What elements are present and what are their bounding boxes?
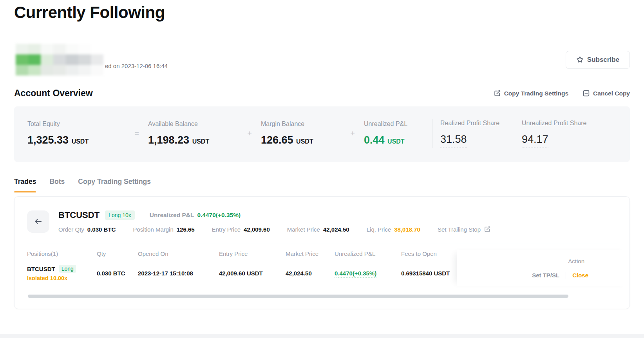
position-symbol: BTCUSDT xyxy=(58,210,99,220)
unrealized-pnl-label: Unrealized P&L xyxy=(150,212,194,219)
account-overview-actions: Copy Trading Settings Cancel Copy xyxy=(494,90,630,97)
avatar-pixel xyxy=(16,44,28,54)
stat-unrealized-pnl: Unrealized P&L 0.44 USDT xyxy=(364,120,431,146)
currently-following-page: Currently Following ed on 2023-12-06 16:… xyxy=(0,3,644,309)
trades-panel: BTCUSDT Long 10x Unrealized P&L 0.4470(+… xyxy=(14,196,630,309)
row-symbol-cell: BTCUSDT Long Isolated 10.00x xyxy=(27,265,97,281)
col-entry-price: Entry Price xyxy=(219,250,286,257)
stat-total-equity: Total Equity 1,325.33 USDT xyxy=(27,120,125,146)
tab-trades[interactable]: Trades xyxy=(14,178,36,186)
avatar-pixel xyxy=(41,44,53,54)
stat-margin-balance: Margin Balance 126.65 USDT xyxy=(261,120,341,146)
stat-available-balance: Available Balance 1,198.23 USDT xyxy=(148,120,238,146)
col-qty: Qty xyxy=(97,250,138,257)
col-opened-on: Opened On xyxy=(138,250,219,257)
avatar-pixel xyxy=(91,65,103,76)
avatar-pixel xyxy=(66,65,78,76)
plus-operator: + xyxy=(341,129,364,138)
horizontal-scrollbar xyxy=(28,295,617,298)
avatar-pixel xyxy=(41,54,53,65)
row-margin-mode: Isolated 10.00x xyxy=(27,275,97,281)
next-section-edge xyxy=(0,334,644,338)
avatar-pixel xyxy=(53,65,66,76)
positions-table: Positions(1) Qty Opened On Entry Price M… xyxy=(14,250,630,286)
unrealized-pnl-value: 0.4470(+0.35%) xyxy=(197,212,241,219)
avatar-pixel xyxy=(66,54,78,65)
subscribe-label: Subscribe xyxy=(587,56,619,64)
set-tpsl-button[interactable]: Set TP/SL xyxy=(532,272,559,279)
position-summary: BTCUSDT Long 10x Unrealized P&L 0.4470(+… xyxy=(58,210,491,233)
stat-realized-profit-share: Realized Profit Share 31.58 xyxy=(440,120,522,147)
row-market-price: 42,024.50 xyxy=(286,270,335,277)
stats-divider xyxy=(432,119,432,148)
stat-unrealized-profit-share: Unrealized Profit Share 94.17 xyxy=(522,120,600,147)
col-action: Action xyxy=(457,257,630,264)
plus-operator: + xyxy=(238,129,261,138)
cancel-copy-button[interactable]: Cancel Copy xyxy=(582,90,630,97)
avatar-pixel xyxy=(78,44,91,54)
copied-on-date: ed on 2023-12-06 16:44 xyxy=(105,63,168,69)
avatar-pixel xyxy=(53,54,66,65)
equals-operator: = xyxy=(125,129,148,138)
avatar-pixel xyxy=(28,44,41,54)
action-separator xyxy=(566,272,566,279)
tab-copy-trading-settings[interactable]: Copy Trading Settings xyxy=(78,178,151,186)
sticky-action-column: Action Set TP/SL Close xyxy=(457,250,630,286)
leader-profile-row: ed on 2023-12-06 16:44 Subscribe xyxy=(16,44,630,76)
subscribe-button[interactable]: Subscribe xyxy=(566,51,630,69)
liq-price: Liq. Price 38,018.70 xyxy=(367,226,420,233)
avatar-pixel xyxy=(66,44,78,54)
row-symbol: BTCUSDT xyxy=(27,266,55,272)
row-unrealized-pnl: 0.4470(+0.35%) xyxy=(335,270,376,278)
set-trailing-stop-button[interactable]: Set Trailing Stop xyxy=(438,226,491,233)
copy-trading-settings-label: Copy Trading Settings xyxy=(504,90,568,97)
avatar-pixel xyxy=(91,54,103,65)
cancel-copy-label: Cancel Copy xyxy=(593,90,630,97)
copy-trading-settings-button[interactable]: Copy Trading Settings xyxy=(494,90,568,97)
row-qty: 0.030 BTC xyxy=(97,270,138,277)
close-position-button[interactable]: Close xyxy=(572,272,588,279)
entry-price: Entry Price 42,009.60 xyxy=(212,226,270,233)
order-qty: Order Qty 0.030 BTC xyxy=(58,226,116,233)
account-overview-title: Account Overview xyxy=(14,88,93,99)
avatar-pixel xyxy=(41,65,53,76)
row-entry-price: 42,009.60 USDT xyxy=(219,270,286,277)
col-market-price: Market Price xyxy=(286,250,335,257)
avatar-pixel xyxy=(78,54,91,65)
market-price: Market Price 42,024.50 xyxy=(287,226,349,233)
back-button[interactable] xyxy=(27,210,49,233)
minus-square-icon xyxy=(582,90,590,97)
page-title: Currently Following xyxy=(14,3,644,22)
row-opened-on: 2023-12-17 15:10:08 xyxy=(138,270,219,277)
star-icon xyxy=(576,56,584,63)
tab-bots[interactable]: Bots xyxy=(49,178,65,186)
avatar-pixel xyxy=(91,44,103,54)
avatar-pixel xyxy=(16,65,28,76)
account-stats-bar: Total Equity 1,325.33 USDT = Available B… xyxy=(14,106,630,162)
edit-icon xyxy=(494,90,501,97)
edit-icon xyxy=(484,226,491,233)
position-card-header: BTCUSDT Long 10x Unrealized P&L 0.4470(+… xyxy=(14,197,630,233)
avatar-pixel xyxy=(16,54,28,65)
position-margin: Position Margin 126.65 xyxy=(133,226,194,233)
avatar-pixel xyxy=(78,65,91,76)
side-leverage-badge: Long 10x xyxy=(105,210,135,220)
col-unrealized-pnl: Unrealized P&L xyxy=(335,250,401,257)
card-divider xyxy=(27,243,617,243)
avatar-pixel xyxy=(28,65,41,76)
arrow-left-icon xyxy=(34,217,43,226)
row-side-badge: Long xyxy=(59,265,76,273)
scrollbar-thumb[interactable] xyxy=(28,295,568,298)
col-positions: Positions(1) xyxy=(27,250,97,257)
account-overview-header: Account Overview Copy Trading Settings xyxy=(14,88,630,99)
leader-avatar-blurred xyxy=(16,44,103,76)
avatar-pixel xyxy=(28,54,41,65)
content-tabs: Trades Bots Copy Trading Settings xyxy=(14,178,630,186)
avatar-pixel xyxy=(53,44,66,54)
